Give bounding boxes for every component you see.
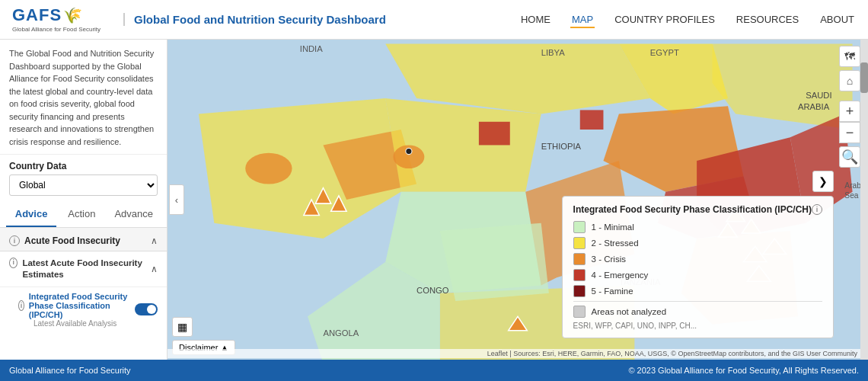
svg-text:EGYPT: EGYPT [650, 48, 679, 57]
legend-swatch-na [573, 306, 586, 318]
main-content: The Global Food and Nutrition Security D… [0, 40, 868, 360]
legend-title: Integrated Food Security Phase Classific… [573, 204, 822, 215]
section-info-icon[interactable]: i [9, 235, 20, 246]
svg-point-3 [245, 153, 292, 184]
legend-collapse-btn[interactable]: ❯ [812, 171, 834, 192]
map-layers-btn[interactable]: 🗺 [839, 46, 860, 67]
subsection-info-icon[interactable]: i [9, 258, 18, 268]
logo-subtitle: Global Alliance for Food Security [12, 27, 101, 34]
legend-label-5: 5 - Famine [592, 287, 633, 296]
map-controls-right: 🗺 ⌂ [839, 46, 860, 91]
legend-item-na: Areas not analyzed [573, 306, 822, 318]
legend-info-icon[interactable]: i [812, 204, 822, 215]
header: GAFS 🌾 Global Alliance for Food Security… [0, 0, 868, 40]
layer-labels: i Integrated Food Security Phase Classif… [18, 292, 135, 328]
nav-about[interactable]: ABOUT [819, 11, 856, 28]
footer: Global Alliance for Food Security © 2023… [0, 360, 868, 381]
legend-swatch-5 [573, 285, 586, 297]
section-title: Acute Food Insecurity [24, 235, 120, 246]
sidebar-tabs: Advice Action Advance [0, 202, 167, 228]
legend-swatch-4 [573, 269, 586, 281]
logo-area: GAFS 🌾 Global Alliance for Food Security [12, 5, 111, 34]
legend-swatch-1 [573, 221, 586, 233]
back-icon: ‹ [175, 194, 178, 206]
tab-action[interactable]: Action [56, 202, 107, 227]
svg-text:ANGOLA: ANGOLA [323, 328, 359, 338]
logo-wheat-icon: 🌾 [63, 6, 82, 24]
svg-text:SAUDI: SAUDI [806, 91, 831, 100]
footer-right: © 2023 Global Alliance for Food Security… [628, 366, 859, 375]
legend-item-5: 5 - Famine [573, 285, 822, 297]
logo-text: GAFS [12, 5, 62, 25]
tab-advice[interactable]: Advice [6, 202, 56, 227]
country-select[interactable]: Global Ethiopia Somalia Kenya Sudan Yeme… [9, 174, 158, 196]
nav-map[interactable]: MAP [570, 11, 595, 28]
nav-home[interactable]: HOME [519, 11, 552, 28]
tab-advance[interactable]: Advance [107, 202, 161, 227]
layer-toggle[interactable] [135, 303, 158, 315]
legend-item-1: 1 - Minimal [573, 221, 822, 233]
layer-info-icon[interactable]: i [18, 300, 24, 311]
map-search-btn[interactable]: 🔍 [839, 146, 860, 168]
svg-rect-2 [580, 110, 604, 130]
map-home-btn[interactable]: ⌂ [839, 70, 860, 91]
svg-text:ARABIA: ARABIA [798, 102, 830, 111]
legend-note2: ESRI, WFP, CAPI, UNO, INPP, CH... [573, 322, 822, 330]
svg-text:CONGO: CONGO [416, 286, 449, 295]
subsection-chevron-icon[interactable]: ∧ [151, 264, 158, 274]
legend-item-4: 4 - Emergency [573, 269, 822, 281]
section-chevron-icon[interactable]: ∧ [151, 235, 158, 246]
subsection-estimates: i Latest Acute Food Insecurity Estimates… [0, 251, 167, 287]
svg-rect-1 [479, 122, 510, 146]
legend-note1: Areas not analyzed [592, 307, 666, 316]
country-data-label: Country Data [0, 155, 167, 174]
svg-text:LIBYA: LIBYA [541, 48, 566, 57]
subsection-title: Latest Acute Food Insecurity Estimates [22, 258, 151, 280]
sidebar: The Global Food and Nutrition Security D… [0, 40, 168, 360]
ipc-layer-item: i Integrated Food Security Phase Classif… [0, 287, 167, 334]
legend-divider [573, 301, 822, 302]
main-nav: HOME MAP COUNTRY PROFILES RESOURCES ABOU… [519, 11, 856, 28]
svg-text:Sea: Sea [844, 191, 858, 200]
nav-resources[interactable]: RESOURCES [735, 11, 800, 28]
legend-swatch-3 [573, 253, 586, 265]
map-scrollbar[interactable] [860, 40, 868, 360]
svg-point-26 [406, 149, 412, 155]
map-area: ETHIOPIA TANZANIA CONGO SAUDI ARABIA Ara… [168, 40, 868, 360]
zoom-in-btn[interactable]: + [839, 101, 860, 122]
nav-country-profiles[interactable]: COUNTRY PROFILES [613, 11, 716, 28]
legend-label-2: 2 - Stressed [592, 239, 639, 248]
grid-btn[interactable]: ▦ [172, 317, 193, 337]
map-scroll-thumb[interactable] [860, 62, 868, 93]
footer-left: Global Alliance for Food Security [9, 366, 131, 375]
svg-text:ETHIOPIA: ETHIOPIA [541, 142, 582, 151]
header-title: Global Food and Nutrition Security Dashb… [123, 13, 519, 26]
logo-row: GAFS 🌾 [12, 5, 101, 25]
section-header-left: i Acute Food Insecurity [9, 235, 120, 246]
legend-label-3: 3 - Crisis [592, 255, 626, 264]
acute-food-insecurity-section: i Acute Food Insecurity ∧ [0, 228, 167, 251]
legend-label-4: 4 - Emergency [592, 271, 649, 280]
legend-title-text: Integrated Food Security Phase Classific… [573, 204, 812, 215]
legend-panel: Integrated Food Security Phase Classific… [562, 196, 834, 338]
layer-row: i Integrated Food Security Phase Classif… [18, 292, 158, 328]
subsection-left: i Latest Acute Food Insecurity Estimates [9, 258, 151, 280]
svg-text:INDIA: INDIA [300, 44, 323, 53]
legend-swatch-2 [573, 237, 586, 249]
logo-block: GAFS 🌾 Global Alliance for Food Security [12, 5, 101, 34]
zoom-out-btn[interactable]: − [839, 122, 860, 143]
layer-label: Integrated Food Security Phase Classific… [29, 292, 135, 319]
legend-item-2: 2 - Stressed [573, 237, 822, 249]
map-collapse-left[interactable]: ‹ [169, 184, 184, 215]
sidebar-description: The Global Food and Nutrition Security D… [0, 40, 167, 155]
layer-sublabel: Latest Available Analysis [18, 319, 135, 328]
legend-label-1: 1 - Minimal [592, 223, 634, 232]
map-attribution: Leaflet | Sources: Esri, HERE, Garmin, F… [168, 349, 860, 358]
zoom-controls: + − 🔍 [839, 101, 860, 168]
legend-item-3: 3 - Crisis [573, 253, 822, 265]
